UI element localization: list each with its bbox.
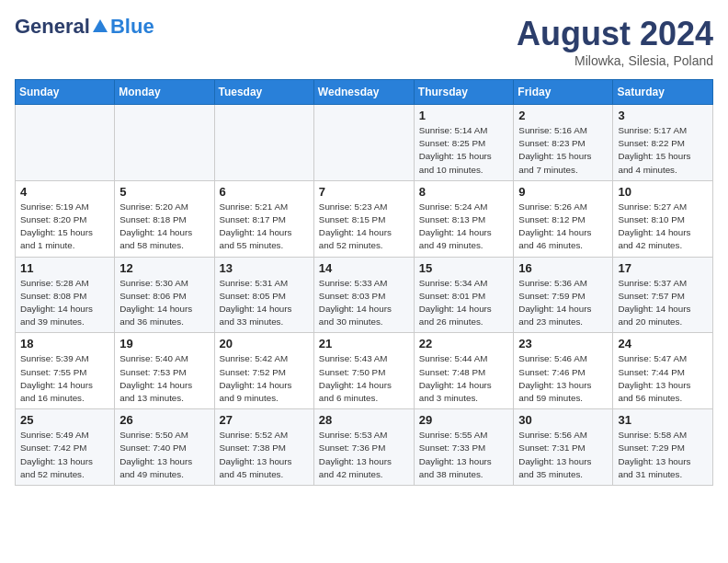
- day-number: 12: [119, 261, 209, 275]
- calendar-cell: 1Sunrise: 5:14 AMSunset: 8:25 PMDaylight…: [414, 105, 514, 181]
- day-info: Sunrise: 5:46 AMSunset: 7:46 PMDaylight:…: [518, 352, 608, 405]
- day-number: 24: [618, 337, 708, 350]
- day-number: 25: [20, 413, 109, 427]
- day-info: Sunrise: 5:30 AMSunset: 8:06 PMDaylight:…: [119, 277, 209, 329]
- day-number: 16: [518, 261, 608, 275]
- day-number: 7: [319, 185, 409, 199]
- calendar-cell: 19Sunrise: 5:40 AMSunset: 7:53 PMDayligh…: [115, 333, 214, 409]
- calendar-cell: 6Sunrise: 5:21 AMSunset: 8:17 PMDaylight…: [214, 180, 313, 257]
- calendar-cell: 14Sunrise: 5:33 AMSunset: 8:03 PMDayligh…: [313, 257, 414, 333]
- day-info: Sunrise: 5:52 AMSunset: 7:38 PMDaylight:…: [220, 429, 309, 481]
- calendar-cell: 13Sunrise: 5:31 AMSunset: 8:05 PMDayligh…: [214, 257, 313, 333]
- calendar-cell: 11Sunrise: 5:28 AMSunset: 8:08 PMDayligh…: [16, 257, 115, 333]
- day-info: Sunrise: 5:37 AMSunset: 7:57 PMDaylight:…: [618, 277, 708, 329]
- calendar-week-3: 11Sunrise: 5:28 AMSunset: 8:08 PMDayligh…: [16, 257, 713, 333]
- logo-icon: [91, 17, 109, 36]
- day-number: 17: [618, 261, 708, 275]
- day-info: Sunrise: 5:16 AMSunset: 8:23 PMDaylight:…: [518, 124, 608, 177]
- day-number: 5: [119, 185, 209, 199]
- header-tuesday: Tuesday: [214, 80, 313, 105]
- day-info: Sunrise: 5:28 AMSunset: 8:08 PMDaylight:…: [20, 277, 109, 329]
- day-number: 21: [319, 337, 409, 350]
- day-number: 10: [618, 185, 708, 199]
- day-number: 2: [518, 109, 608, 122]
- header-monday: Monday: [115, 80, 214, 105]
- day-number: 29: [419, 413, 509, 427]
- title-block: August 2024 Milowka, Silesia, Poland: [517, 15, 713, 68]
- day-info: Sunrise: 5:42 AMSunset: 7:52 PMDaylight:…: [220, 352, 309, 405]
- calendar-cell: 17Sunrise: 5:37 AMSunset: 7:57 PMDayligh…: [613, 257, 713, 333]
- calendar-cell: 24Sunrise: 5:47 AMSunset: 7:44 PMDayligh…: [613, 333, 713, 409]
- calendar-week-5: 25Sunrise: 5:49 AMSunset: 7:42 PMDayligh…: [16, 409, 713, 486]
- calendar-cell: 31Sunrise: 5:58 AMSunset: 7:29 PMDayligh…: [613, 409, 713, 486]
- calendar-cell: 29Sunrise: 5:55 AMSunset: 7:33 PMDayligh…: [414, 409, 514, 486]
- day-number: 11: [20, 261, 109, 275]
- day-info: Sunrise: 5:43 AMSunset: 7:50 PMDaylight:…: [319, 352, 409, 405]
- day-number: 15: [419, 261, 509, 275]
- day-info: Sunrise: 5:58 AMSunset: 7:29 PMDaylight:…: [618, 429, 708, 481]
- day-info: Sunrise: 5:34 AMSunset: 8:01 PMDaylight:…: [419, 277, 509, 329]
- day-number: 6: [220, 185, 309, 199]
- calendar-cell: 12Sunrise: 5:30 AMSunset: 8:06 PMDayligh…: [115, 257, 214, 333]
- day-info: Sunrise: 5:17 AMSunset: 8:22 PMDaylight:…: [618, 124, 708, 177]
- calendar-cell: [115, 105, 214, 181]
- day-number: 4: [20, 185, 109, 199]
- calendar-cell: 3Sunrise: 5:17 AMSunset: 8:22 PMDaylight…: [613, 105, 713, 181]
- calendar-table: SundayMondayTuesdayWednesdayThursdayFrid…: [15, 79, 713, 486]
- day-info: Sunrise: 5:44 AMSunset: 7:48 PMDaylight:…: [419, 352, 509, 405]
- day-info: Sunrise: 5:36 AMSunset: 7:59 PMDaylight:…: [518, 277, 608, 329]
- day-info: Sunrise: 5:47 AMSunset: 7:44 PMDaylight:…: [618, 352, 708, 405]
- calendar-cell: 21Sunrise: 5:43 AMSunset: 7:50 PMDayligh…: [313, 333, 414, 409]
- calendar-cell: 9Sunrise: 5:26 AMSunset: 8:12 PMDaylight…: [514, 180, 613, 257]
- day-info: Sunrise: 5:27 AMSunset: 8:10 PMDaylight:…: [618, 201, 708, 253]
- day-info: Sunrise: 5:24 AMSunset: 8:13 PMDaylight:…: [419, 201, 509, 253]
- day-number: 31: [618, 413, 708, 427]
- logo-blue: Blue: [110, 15, 154, 39]
- calendar-cell: 18Sunrise: 5:39 AMSunset: 7:55 PMDayligh…: [16, 333, 115, 409]
- day-info: Sunrise: 5:14 AMSunset: 8:25 PMDaylight:…: [419, 124, 509, 177]
- calendar-cell: 30Sunrise: 5:56 AMSunset: 7:31 PMDayligh…: [514, 409, 613, 486]
- day-number: 20: [220, 337, 309, 350]
- calendar-cell: [16, 105, 115, 181]
- calendar-cell: 16Sunrise: 5:36 AMSunset: 7:59 PMDayligh…: [514, 257, 613, 333]
- page-header: General Blue August 2024 Milowka, Silesi…: [15, 15, 713, 68]
- day-number: 9: [518, 185, 608, 199]
- day-number: 14: [319, 261, 409, 275]
- day-number: 19: [119, 337, 209, 350]
- day-number: 28: [319, 413, 409, 427]
- day-number: 30: [518, 413, 608, 427]
- calendar-week-4: 18Sunrise: 5:39 AMSunset: 7:55 PMDayligh…: [16, 333, 713, 409]
- calendar-cell: 25Sunrise: 5:49 AMSunset: 7:42 PMDayligh…: [16, 409, 115, 486]
- calendar-cell: 4Sunrise: 5:19 AMSunset: 8:20 PMDaylight…: [16, 180, 115, 257]
- header-sunday: Sunday: [16, 80, 115, 105]
- day-number: 13: [220, 261, 309, 275]
- day-info: Sunrise: 5:40 AMSunset: 7:53 PMDaylight:…: [119, 352, 209, 405]
- calendar-cell: [313, 105, 414, 181]
- calendar-cell: 2Sunrise: 5:16 AMSunset: 8:23 PMDaylight…: [514, 105, 613, 181]
- calendar-cell: 7Sunrise: 5:23 AMSunset: 8:15 PMDaylight…: [313, 180, 414, 257]
- day-number: 8: [419, 185, 509, 199]
- header-row: SundayMondayTuesdayWednesdayThursdayFrid…: [16, 80, 713, 105]
- calendar-cell: 15Sunrise: 5:34 AMSunset: 8:01 PMDayligh…: [414, 257, 514, 333]
- calendar-cell: 5Sunrise: 5:20 AMSunset: 8:18 PMDaylight…: [115, 180, 214, 257]
- day-number: 18: [20, 337, 109, 350]
- day-info: Sunrise: 5:26 AMSunset: 8:12 PMDaylight:…: [518, 201, 608, 253]
- calendar-cell: 27Sunrise: 5:52 AMSunset: 7:38 PMDayligh…: [214, 409, 313, 486]
- day-info: Sunrise: 5:23 AMSunset: 8:15 PMDaylight:…: [319, 201, 409, 253]
- day-info: Sunrise: 5:49 AMSunset: 7:42 PMDaylight:…: [20, 429, 109, 481]
- subtitle: Milowka, Silesia, Poland: [517, 53, 713, 68]
- day-info: Sunrise: 5:19 AMSunset: 8:20 PMDaylight:…: [20, 201, 109, 253]
- day-number: 1: [419, 109, 509, 122]
- calendar-week-1: 1Sunrise: 5:14 AMSunset: 8:25 PMDaylight…: [16, 105, 713, 181]
- day-info: Sunrise: 5:55 AMSunset: 7:33 PMDaylight:…: [419, 429, 509, 481]
- calendar-header: SundayMondayTuesdayWednesdayThursdayFrid…: [16, 80, 713, 105]
- calendar-cell: 23Sunrise: 5:46 AMSunset: 7:46 PMDayligh…: [514, 333, 613, 409]
- header-friday: Friday: [514, 80, 613, 105]
- svg-marker-0: [93, 19, 108, 32]
- header-saturday: Saturday: [613, 80, 713, 105]
- calendar-cell: 20Sunrise: 5:42 AMSunset: 7:52 PMDayligh…: [214, 333, 313, 409]
- day-info: Sunrise: 5:50 AMSunset: 7:40 PMDaylight:…: [119, 429, 209, 481]
- calendar-cell: 26Sunrise: 5:50 AMSunset: 7:40 PMDayligh…: [115, 409, 214, 486]
- calendar-cell: 22Sunrise: 5:44 AMSunset: 7:48 PMDayligh…: [414, 333, 514, 409]
- calendar-cell: 8Sunrise: 5:24 AMSunset: 8:13 PMDaylight…: [414, 180, 514, 257]
